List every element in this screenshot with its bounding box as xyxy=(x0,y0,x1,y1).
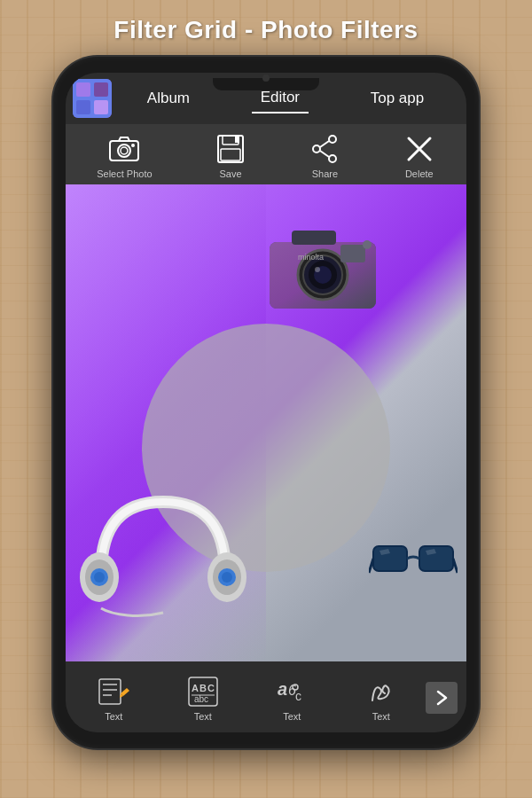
share-label: Share xyxy=(312,168,338,179)
text-script-icon: a 6 c xyxy=(275,675,309,708)
text-tool-2-label: Text xyxy=(194,711,212,722)
delete-button[interactable]: Delete xyxy=(403,133,435,179)
svg-point-14 xyxy=(313,145,320,153)
svg-text:C: C xyxy=(207,683,215,693)
camera-icon xyxy=(108,133,140,165)
text-abc-icon: A B C abc xyxy=(186,675,220,708)
action-toolbar: Select Photo Save xyxy=(66,124,466,184)
svg-point-15 xyxy=(329,155,336,162)
text-edit-icon xyxy=(97,675,130,708)
svg-rect-43 xyxy=(99,679,121,704)
bottom-toolbar: Text A B C abc xyxy=(66,661,466,732)
svg-line-17 xyxy=(320,151,329,157)
sunglasses-object xyxy=(369,520,458,626)
svg-rect-1 xyxy=(76,82,90,97)
select-photo-button[interactable]: Select Photo xyxy=(97,133,152,179)
svg-rect-2 xyxy=(94,82,108,97)
page-title: Filter Grid - Photo Filters xyxy=(0,0,532,57)
text-cursive-icon xyxy=(364,675,398,708)
save-icon xyxy=(215,133,246,165)
svg-text:A: A xyxy=(192,683,199,693)
text-tool-2[interactable]: A B C abc Text xyxy=(159,675,248,722)
share-button[interactable]: Share xyxy=(309,133,340,179)
save-button[interactable]: Save xyxy=(215,133,246,179)
svg-point-7 xyxy=(121,147,128,154)
svg-rect-28 xyxy=(340,245,365,262)
svg-point-6 xyxy=(118,145,130,157)
text-tool-4[interactable]: Text xyxy=(337,675,426,722)
headphones-object xyxy=(74,484,252,626)
svg-rect-11 xyxy=(221,149,240,160)
phone-body: Album Editor Top app xyxy=(53,57,479,748)
svg-rect-12 xyxy=(235,137,239,143)
next-button[interactable] xyxy=(426,682,458,714)
tab-topapp[interactable]: Top app xyxy=(362,84,434,113)
text-tools: Text A B C abc xyxy=(69,675,426,722)
text-tool-3-label: Text xyxy=(283,711,301,722)
svg-point-34 xyxy=(94,572,105,583)
photo-canvas[interactable]: minolta xyxy=(66,184,466,661)
album-thumbnail[interactable] xyxy=(73,79,112,118)
camera-object: minolta xyxy=(252,211,394,326)
svg-point-38 xyxy=(222,572,232,583)
svg-rect-4 xyxy=(94,100,108,114)
svg-text:B: B xyxy=(200,683,207,693)
svg-text:abc: abc xyxy=(194,694,208,704)
svg-rect-3 xyxy=(76,100,90,114)
tab-album[interactable]: Album xyxy=(138,84,199,113)
delete-icon xyxy=(403,133,435,165)
svg-rect-27 xyxy=(292,231,336,245)
phone-frame: Album Editor Top app xyxy=(0,57,532,748)
svg-point-30 xyxy=(363,240,372,249)
share-icon xyxy=(309,133,340,165)
save-label: Save xyxy=(219,168,241,179)
text-tool-4-label: Text xyxy=(372,711,390,722)
svg-rect-40 xyxy=(419,546,453,571)
text-tool-1-label: Text xyxy=(105,711,122,722)
phone-camera xyxy=(262,74,270,82)
svg-point-13 xyxy=(329,136,336,143)
select-photo-label: Select Photo xyxy=(97,168,152,179)
delete-label: Delete xyxy=(405,168,434,179)
svg-rect-39 xyxy=(373,546,407,571)
svg-text:a: a xyxy=(278,679,287,699)
svg-point-8 xyxy=(131,144,135,147)
svg-text:minolta: minolta xyxy=(298,253,324,262)
svg-text:c: c xyxy=(295,689,301,703)
text-tool-3[interactable]: a 6 c Text xyxy=(247,675,337,722)
phone-screen: Album Editor Top app xyxy=(66,73,466,732)
svg-line-16 xyxy=(320,141,329,147)
text-tool-1[interactable]: Text xyxy=(69,675,159,722)
svg-point-26 xyxy=(315,267,320,272)
